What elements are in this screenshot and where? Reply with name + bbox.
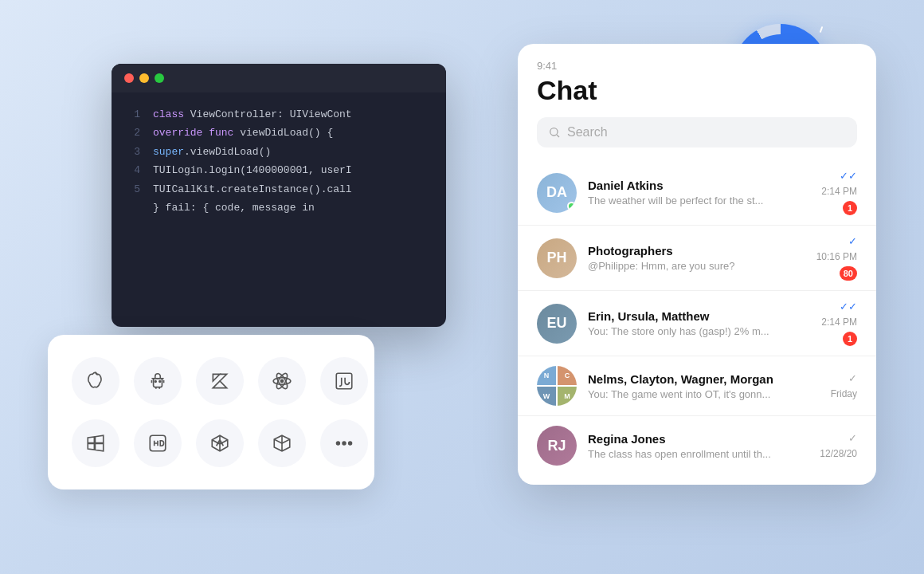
android-icon[interactable] [134, 357, 182, 405]
code-titlebar [112, 64, 446, 92]
chat-item-erin-ursula-matthew[interactable]: EU Erin, Ursula, Matthew You: The store … [518, 291, 876, 356]
chat-name: Nelms, Clayton, Wagner, Morgan [588, 372, 820, 386]
svg-point-1 [159, 381, 161, 383]
svg-point-0 [155, 381, 156, 383]
windows-icon[interactable] [72, 419, 119, 467]
kotlin-icon[interactable] [196, 357, 244, 405]
platform-grid [72, 357, 350, 467]
chat-status-time: 9:41 [537, 60, 857, 72]
unread-badge: 80 [840, 266, 857, 281]
react-icon[interactable] [258, 357, 306, 405]
apple-icon[interactable] [72, 357, 119, 405]
read-receipt-icon: ✓ [848, 235, 857, 247]
chat-preview: The class has open enrollment until th..… [588, 448, 808, 460]
chat-info-regina: Regina Jones The class has open enrollme… [588, 432, 808, 460]
chat-meta: ✓✓ 2:14 PM 1 [821, 301, 857, 346]
chat-meta: ✓ 12/28/20 [820, 432, 857, 459]
svg-point-8 [337, 442, 339, 444]
svg-rect-6 [336, 373, 352, 389]
message-time: 10:16 PM [816, 251, 857, 262]
chat-header: 9:41 Chat Search [518, 44, 876, 160]
avatar-photographers: PH [537, 238, 577, 278]
svg-point-5 [280, 379, 283, 382]
svg-point-9 [343, 442, 345, 444]
chat-meta: ✓ 10:16 PM 80 [816, 235, 857, 281]
chat-meta: ✓ Friday [831, 372, 857, 399]
chat-preview: @Philippe: Hmm, are you sure? [588, 260, 805, 272]
chat-name: Daniel Atkins [588, 179, 810, 192]
code-line: 5 TUICallKit.createInstance().call [127, 180, 430, 199]
3d-cube-icon[interactable] [258, 419, 306, 467]
chat-item-nelms-group[interactable]: N C W M Nelms, Clayton, Wagner, Morgan Y… [518, 356, 876, 416]
chat-item-regina-jones[interactable]: RJ Regina Jones The class has open enrol… [518, 416, 876, 475]
search-icon [548, 126, 561, 139]
chat-card: 9:41 Chat Search DA Daniel Atkins The we… [518, 44, 876, 485]
chat-meta: ✓✓ 2:14 PM 1 [821, 170, 857, 215]
chat-info-daniel-atkins: Daniel Atkins The weather will be perfec… [588, 179, 810, 206]
chat-item-daniel-atkins[interactable]: DA Daniel Atkins The weather will be per… [518, 160, 876, 226]
chat-name: Photographers [588, 244, 805, 258]
avatar-regina-jones: RJ [537, 426, 577, 466]
avatar-nelms-group: N C W M [537, 366, 577, 406]
chat-info-erin: Erin, Ursula, Matthew You: The store onl… [588, 309, 810, 337]
chat-name: Regina Jones [588, 432, 808, 446]
unity-icon[interactable] [196, 419, 244, 467]
message-time: 2:14 PM [821, 186, 857, 197]
chat-item-photographers[interactable]: PH Photographers @Philippe: Hmm, are you… [518, 226, 876, 291]
code-line: 1 class ViewController: UIViewCont [127, 105, 430, 124]
read-receipt-icon: ✓✓ [840, 301, 857, 313]
online-indicator [567, 202, 576, 210]
svg-point-10 [349, 442, 351, 444]
code-editor-window: 1 class ViewController: UIViewCont 2 ove… [112, 64, 446, 327]
code-line: 2 override func viewDidLoad() { [127, 124, 430, 142]
avatar-daniel-atkins: DA [537, 173, 577, 213]
code-line: } fail: { code, message in [127, 199, 430, 217]
read-receipt-icon: ✓ [848, 372, 857, 384]
finder-icon[interactable] [134, 419, 182, 467]
message-time: 12/28/20 [820, 448, 857, 459]
javascript-icon[interactable] [320, 357, 368, 405]
chat-info-nelms: Nelms, Clayton, Wagner, Morgan You: The … [588, 372, 820, 400]
maximize-dot [155, 73, 164, 83]
svg-point-11 [550, 128, 558, 136]
chat-preview: You: The game went into OT, it's gonn... [588, 388, 820, 400]
read-receipt-icon: ✓✓ [840, 170, 857, 182]
chat-preview: The weather will be perfect for the st..… [588, 195, 810, 206]
chat-list: DA Daniel Atkins The weather will be per… [518, 160, 876, 475]
code-line: 3 super.viewDidLoad() [127, 143, 430, 161]
search-bar[interactable]: Search [537, 117, 857, 147]
read-receipt-icon: ✓ [848, 432, 857, 444]
unread-badge: 1 [843, 332, 857, 346]
code-line: 4 TUILogin.login(1400000001, userI [127, 161, 430, 179]
close-dot [124, 73, 134, 83]
more-icon[interactable] [320, 419, 368, 467]
avatar-erin-group: EU [537, 304, 577, 344]
search-placeholder: Search [567, 125, 608, 140]
code-body: 1 class ViewController: UIViewCont 2 ove… [112, 92, 446, 230]
message-time: Friday [831, 388, 857, 399]
platform-card [48, 335, 374, 489]
unread-badge: 1 [843, 201, 857, 215]
message-time: 2:14 PM [821, 316, 857, 328]
minimize-dot [139, 73, 149, 83]
chat-title: Chat [537, 75, 857, 106]
chat-name: Erin, Ursula, Matthew [588, 309, 810, 323]
chat-info-photographers: Photographers @Philippe: Hmm, are you su… [588, 244, 805, 272]
chat-preview: You: The store only has (gasp!) 2% m... [588, 325, 810, 337]
